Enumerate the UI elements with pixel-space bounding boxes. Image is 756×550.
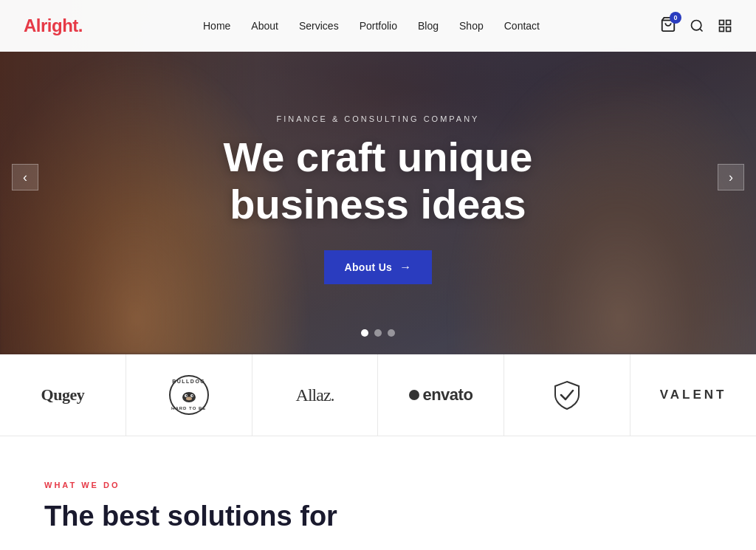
logo-valent[interactable]: VALENT (630, 354, 756, 436)
logo-shield[interactable] (504, 354, 630, 436)
logo-bulldog-sub: HARD TO BE (171, 406, 206, 411)
carousel-next-button[interactable]: › (718, 164, 744, 190)
logo-dot: . (78, 16, 83, 35)
svg-rect-6 (726, 27, 731, 32)
logo-bulldog-text: BULLDOG (172, 379, 205, 385)
svg-rect-5 (719, 27, 724, 32)
site-logo[interactable]: Alright. (24, 16, 83, 36)
carousel-dot-3[interactable] (388, 329, 395, 337)
bulldog-face-icon (180, 388, 198, 403)
navbar: Alright. Home About Services Portfolio B… (0, 0, 756, 52)
nav-home[interactable]: Home (203, 20, 230, 32)
logo-bulldog-wrap: BULLDOG HARD TO BE (169, 375, 209, 415)
nav-shop[interactable]: Shop (459, 20, 484, 32)
svg-point-10 (185, 395, 187, 396)
main-nav: Home About Services Portfolio Blog Shop … (203, 19, 540, 32)
logo-allaz-text: Allaz. (296, 385, 334, 405)
logo-text: Alright (24, 16, 78, 35)
svg-point-11 (191, 395, 193, 396)
logo-bulldog-circle: BULLDOG HARD TO BE (169, 375, 209, 415)
svg-rect-4 (726, 21, 731, 25)
what-title: The best solutions for (44, 500, 712, 534)
logo-envato-text: envato (422, 385, 472, 405)
carousel-dots (361, 329, 395, 337)
logo-valent-text: VALENT (660, 388, 727, 402)
svg-point-1 (691, 21, 701, 30)
carousel-dot-1[interactable] (361, 329, 368, 337)
carousel-dot-2[interactable] (374, 329, 382, 337)
logo-bulldog[interactable]: BULLDOG HARD TO BE (126, 354, 252, 436)
logo-envato-wrap: envato (409, 385, 472, 405)
nav-blog[interactable]: Blog (418, 20, 439, 32)
hero-cta-arrow-icon: → (399, 261, 411, 274)
envato-dot-icon (409, 390, 419, 400)
hero-cta-label: About Us (345, 261, 393, 273)
cart-badge: 0 (670, 12, 681, 24)
nav-services[interactable]: Services (299, 20, 339, 32)
hero-title-line1: We craft unique (223, 134, 532, 180)
bulldog-icon (179, 385, 199, 406)
navbar-icons: 0 (660, 16, 732, 35)
hero-subtitle: Finance & Consulting Company (277, 114, 480, 123)
carousel-prev-button[interactable]: ‹ (12, 164, 38, 190)
nav-contact[interactable]: Contact (504, 20, 540, 32)
what-title-line1: The best solutions for (44, 501, 337, 532)
search-icon (690, 18, 704, 33)
what-label: What We Do (44, 481, 712, 489)
nav-portfolio[interactable]: Portfolio (360, 20, 397, 32)
search-button[interactable] (690, 18, 704, 33)
logos-strip: Qugey BULLDOG HARD TO BE (0, 354, 756, 436)
what-we-do-section: What We Do The best solutions for (0, 436, 756, 549)
hero-section: ‹ Finance & Consulting Company We craft … (0, 0, 756, 354)
hero-content: Finance & Consulting Company We craft un… (0, 22, 756, 354)
hero-cta-button[interactable]: About Us → (324, 250, 433, 284)
grid-menu-button[interactable] (718, 18, 732, 33)
logo-qugey[interactable]: Qugey (0, 354, 126, 436)
logo-qugey-text: Qugey (41, 385, 85, 405)
carousel-next-icon: › (729, 170, 733, 185)
hero-title: We craft unique business ideas (223, 134, 532, 229)
nav-about[interactable]: About (251, 20, 278, 32)
hero-title-line2: business ideas (230, 181, 526, 227)
carousel-prev-icon: ‹ (23, 170, 27, 185)
svg-line-2 (700, 29, 703, 32)
svg-rect-3 (719, 21, 724, 25)
logo-shield-icon (551, 379, 583, 411)
logo-allaz[interactable]: Allaz. (252, 354, 379, 436)
cart-button[interactable]: 0 (660, 16, 676, 35)
logo-envato[interactable]: envato (378, 354, 504, 436)
grid-icon (718, 18, 732, 33)
